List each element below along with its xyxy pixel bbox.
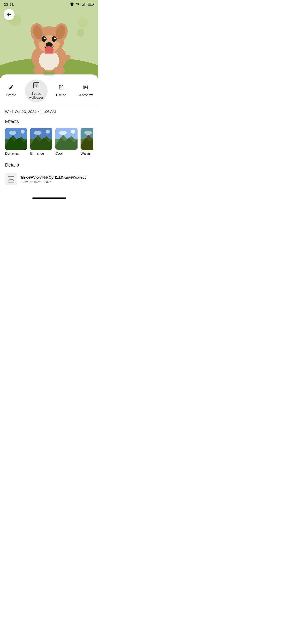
effect-item-cool[interactable]: Cool [55, 128, 78, 155]
date-section: Wed, Oct 23, 2024 • 11:06 AM [0, 105, 98, 114]
effect-warm-label: Warm [81, 151, 90, 155]
svg-rect-38 [35, 87, 37, 87]
back-button[interactable] [4, 9, 15, 20]
date-text: Wed, Oct 23, 2024 • 11:06 AM [5, 109, 56, 114]
svg-point-30 [54, 66, 65, 74]
set-wallpaper-inner: Set aswallpaper [29, 82, 43, 99]
svg-point-22 [42, 36, 47, 42]
svg-rect-2 [73, 3, 74, 4]
details-section: Details file-59RVKy7lkhRQdN1ddNcmy9Ku.we… [0, 156, 98, 187]
svg-rect-6 [83, 4, 84, 6]
status-time: 11:31 [4, 2, 14, 6]
edit-icon [9, 85, 14, 92]
hero-image [0, 0, 98, 78]
action-wallpaper-label: Set aswallpaper [29, 92, 43, 99]
effects-row: Dynamic Enhance [5, 128, 93, 156]
file-meta: 1.0MP • 1024 x 1024 [21, 180, 93, 184]
svg-point-53 [34, 131, 42, 135]
svg-rect-11 [88, 3, 91, 5]
bottom-sheet: Create Set aswallpaper [0, 74, 98, 209]
effect-enhance-label: Enhance [30, 151, 44, 155]
file-name: file-59RVKy7lkhRQdN1ddNcmy9Ku.webp [21, 175, 93, 179]
effect-dynamic-label: Dynamic [5, 151, 19, 155]
svg-rect-10 [93, 4, 94, 5]
svg-point-65 [84, 131, 92, 135]
action-edit-label: Create [6, 93, 16, 97]
details-title: Details [5, 163, 93, 168]
action-bar: Create Set aswallpaper [0, 75, 98, 105]
effect-thumb-enhance [30, 128, 52, 150]
signal-icon [82, 2, 86, 6]
effect-item-enhance[interactable]: Enhance [30, 128, 52, 155]
vibrate-icon [70, 2, 74, 6]
action-slideshow-label: Slideshow [78, 93, 93, 97]
svg-rect-5 [82, 5, 83, 6]
status-icons [70, 2, 94, 6]
effect-item-dynamic[interactable]: Dynamic [5, 128, 27, 155]
effect-thumb-warm [81, 128, 93, 150]
action-use-as-label: Use as [56, 93, 66, 97]
svg-point-59 [59, 131, 67, 135]
effects-section: Effects Dynamic [0, 114, 98, 156]
use-as-icon [58, 85, 64, 92]
file-details: file-59RVKy7lkhRQdN1ddNcmy9Ku.webp 1.0MP… [21, 175, 93, 184]
svg-rect-7 [84, 4, 84, 6]
svg-point-52 [46, 130, 50, 134]
wifi-icon [76, 2, 80, 6]
status-bar: 11:31 [0, 0, 98, 7]
svg-point-29 [33, 66, 45, 74]
effect-thumb-dynamic [5, 128, 27, 150]
svg-rect-39 [36, 86, 37, 87]
svg-point-25 [54, 37, 56, 39]
slideshow-icon [83, 85, 88, 92]
svg-rect-8 [85, 3, 85, 6]
home-indicator [32, 197, 66, 199]
svg-point-24 [44, 37, 46, 39]
action-item-edit[interactable]: Create [3, 83, 20, 99]
effect-item-warm[interactable]: Warm [81, 128, 93, 155]
action-item-set-wallpaper[interactable]: Set aswallpaper [25, 79, 48, 102]
back-arrow-icon [6, 12, 12, 17]
effect-thumb-cool [55, 128, 78, 150]
svg-rect-4 [73, 4, 74, 5]
svg-point-47 [9, 131, 16, 135]
battery-icon [88, 2, 94, 6]
file-icon [5, 173, 17, 185]
svg-point-46 [21, 130, 25, 134]
action-item-slideshow[interactable]: Slideshow [75, 83, 96, 99]
svg-rect-41 [87, 86, 88, 89]
svg-rect-40 [83, 86, 84, 89]
svg-point-23 [52, 36, 57, 42]
set-wallpaper-icon [33, 82, 40, 90]
svg-point-33 [78, 18, 88, 28]
file-info: file-59RVKy7lkhRQdN1ddNcmy9Ku.webp 1.0MP… [5, 171, 93, 187]
effects-title: Effects [5, 119, 93, 124]
svg-rect-0 [71, 3, 73, 6]
svg-point-37 [35, 84, 35, 85]
svg-rect-3 [70, 4, 71, 5]
effect-cool-label: Cool [55, 151, 63, 155]
action-item-use-as[interactable]: Use as [52, 83, 70, 99]
svg-point-58 [71, 130, 75, 134]
svg-rect-1 [70, 3, 71, 4]
hero-background-svg [0, 0, 98, 78]
svg-point-34 [77, 29, 84, 36]
